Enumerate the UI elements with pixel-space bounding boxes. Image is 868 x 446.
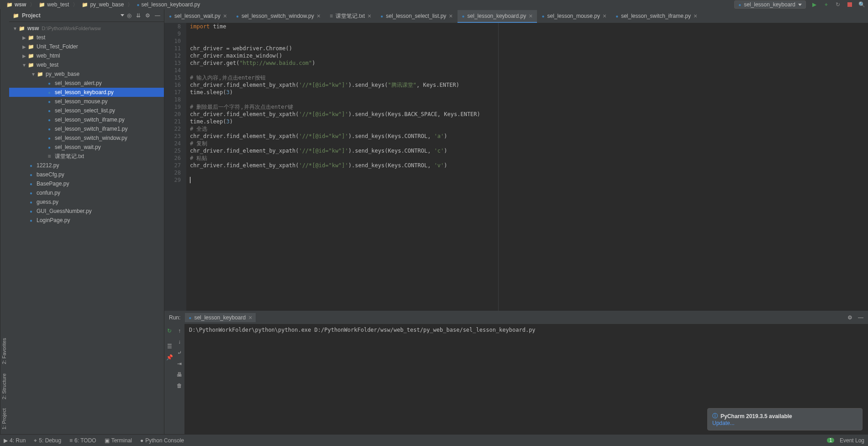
pin-icon[interactable]: 📌 — [166, 354, 173, 361]
breadcrumb-item[interactable]: web_test — [36, 1, 72, 8]
code-line[interactable] — [190, 67, 498, 74]
code-line[interactable] — [190, 176, 498, 184]
tree-item[interactable]: guess.py — [9, 197, 164, 207]
tree-item[interactable]: GUI_GuessNumber.py — [9, 207, 164, 216]
close-icon[interactable]: × — [449, 12, 452, 20]
tree-item[interactable]: sel_lesson_alert.py — [9, 79, 164, 88]
code-line[interactable] — [190, 30, 498, 37]
update-notification[interactable]: ⓘ PyCharm 2019.3.5 available Update... — [707, 408, 863, 430]
chevron-down-icon[interactable] — [121, 14, 124, 16]
rerun-icon[interactable]: ↻ — [834, 1, 842, 8]
rerun-icon[interactable]: ↻ — [167, 328, 172, 334]
breadcrumb-item[interactable]: py_web_base — [79, 1, 126, 8]
down-icon[interactable]: ↓ — [178, 339, 181, 345]
expand-arrow-icon[interactable]: ▶ — [21, 35, 27, 40]
close-icon[interactable]: × — [223, 12, 227, 20]
breadcrumb-item[interactable]: sel_lesson_keyboard.py — [134, 1, 203, 8]
run-config-selector[interactable]: sel_lesson_keyboard — [734, 0, 806, 9]
event-log[interactable]: Event Log — [840, 437, 864, 444]
tree-item[interactable]: ▶test — [9, 33, 164, 42]
tree-item[interactable]: confun.py — [9, 188, 164, 197]
sidebar-tab-project[interactable]: 1: Project — [1, 409, 8, 430]
editor-pane-left[interactable]: 8910111213141516171819202122232425262728… — [164, 23, 499, 311]
editor-pane-right[interactable] — [499, 23, 868, 311]
close-icon[interactable]: × — [603, 12, 606, 20]
expand-arrow-icon[interactable]: ▶ — [21, 44, 27, 49]
hide-icon[interactable]: — — [858, 314, 863, 321]
close-icon[interactable]: × — [368, 12, 371, 20]
code-line[interactable]: chr_driver.maximize_window() — [190, 52, 498, 59]
tree-item[interactable]: ▶Unit_Test_Folder — [9, 42, 164, 51]
print-icon[interactable]: 🖶 — [177, 372, 182, 378]
project-tree[interactable]: ▼ wsw D:\PythonWorkFolder\wsw ▶test▶Unit… — [9, 22, 164, 434]
run-icon[interactable]: ▶ — [810, 1, 818, 8]
tree-item[interactable]: baseCfg.py — [9, 170, 164, 179]
expand-arrow-icon[interactable]: ▼ — [12, 26, 18, 31]
tree-item[interactable]: sel_lesson_wait.py — [9, 143, 164, 152]
search-icon[interactable]: 🔍 — [858, 1, 865, 8]
editor-tab[interactable]: sel_lesson_wait.py× — [164, 10, 231, 23]
tree-item[interactable]: BasePage.py — [9, 179, 164, 188]
code-line[interactable]: # 粘贴 — [190, 154, 498, 162]
up-icon[interactable]: ↑ — [178, 328, 181, 334]
tree-item[interactable]: ▼web_test — [9, 60, 164, 69]
code-area[interactable]: import timechr_driver = webdriver.Chrome… — [186, 23, 498, 311]
tree-item[interactable]: sel_lesson_keyboard.py — [9, 88, 164, 97]
gear-icon[interactable]: ⚙ — [847, 314, 852, 321]
code-line[interactable]: chr_driver = webdriver.Chrome() — [190, 45, 498, 52]
debug-icon[interactable]: ⌖ — [822, 1, 830, 8]
close-icon[interactable]: × — [694, 12, 697, 20]
trash-icon[interactable]: 🗑 — [177, 382, 182, 389]
code-line[interactable] — [190, 37, 498, 45]
tree-root[interactable]: ▼ wsw D:\PythonWorkFolder\wsw — [9, 24, 164, 33]
code-line[interactable] — [190, 169, 498, 176]
code-line[interactable]: # 全选 — [190, 125, 498, 133]
editor-tab[interactable]: sel_lesson_mouse.py× — [537, 10, 611, 23]
collapse-icon[interactable]: ⇊ — [136, 12, 141, 19]
code-line[interactable]: chr_driver.find_element_by_xpath('//*[@i… — [190, 81, 498, 89]
editor-tab[interactable]: sel_lesson_select_list.py× — [376, 10, 457, 23]
tree-item[interactable]: 12212.py — [9, 161, 164, 170]
close-icon[interactable]: × — [317, 12, 321, 20]
code-line[interactable] — [190, 96, 498, 103]
expand-arrow-icon[interactable]: ▶ — [21, 53, 27, 58]
code-line[interactable]: chr_driver.find_element_by_xpath('//*[@i… — [190, 111, 498, 118]
close-icon[interactable]: × — [248, 314, 252, 321]
locate-icon[interactable]: ◎ — [127, 12, 132, 19]
gear-icon[interactable]: ⚙ — [145, 12, 150, 19]
bottom-run[interactable]: ▶ 4: Run — [4, 437, 26, 444]
tree-item[interactable]: LoginPage.py — [9, 216, 164, 225]
code-line[interactable]: time.sleep(3) — [190, 118, 498, 125]
code-line[interactable]: # 删除最后一个字符,并再次点击enter键 — [190, 103, 498, 111]
code-line[interactable]: chr_driver.find_element_by_xpath('//*[@i… — [190, 147, 498, 154]
tree-item[interactable]: ▼py_web_base — [9, 69, 164, 79]
tree-item[interactable]: sel_lesson_switch_iframe.py — [9, 115, 164, 124]
tree-item[interactable]: sel_lesson_switch_window.py — [9, 133, 164, 143]
bottom-todo[interactable]: ≡ 6: TODO — [69, 437, 96, 444]
code-line[interactable]: import time — [190, 23, 498, 30]
bottom-terminal[interactable]: ▣ Terminal — [105, 437, 132, 444]
code-line[interactable]: time.sleep(3) — [190, 89, 498, 96]
run-tab[interactable]: sel_lesson_keyboard × — [185, 313, 256, 322]
close-icon[interactable]: × — [529, 12, 532, 20]
tree-item[interactable]: sel_lesson_switch_iframe1.py — [9, 124, 164, 133]
wrap-icon[interactable]: ⤶ — [177, 350, 182, 356]
tree-item[interactable]: 课堂笔记.txt — [9, 152, 164, 161]
tree-item[interactable]: sel_lesson_select_list.py — [9, 106, 164, 115]
tree-item[interactable]: sel_lesson_mouse.py — [9, 97, 164, 106]
editor-tab[interactable]: sel_lesson_keyboard.py× — [458, 10, 537, 23]
expand-arrow-icon[interactable]: ▼ — [30, 72, 37, 77]
tree-item[interactable]: ▶web_html — [9, 51, 164, 60]
code-line[interactable]: chr_driver.get("http://www.baidu.com") — [190, 59, 498, 67]
code-line[interactable]: chr_driver.find_element_by_xpath('//*[@i… — [190, 133, 498, 140]
breadcrumb-item[interactable]: wsw — [4, 1, 29, 8]
scroll-icon[interactable]: ⇥ — [177, 361, 182, 367]
layout-icon[interactable]: ☰ — [167, 343, 172, 350]
code-line[interactable]: # 复制 — [190, 140, 498, 147]
editor-tab[interactable]: 课堂笔记.txt× — [325, 10, 376, 23]
code-line[interactable]: # 输入内容,并点击enter按钮 — [190, 74, 498, 81]
update-link[interactable]: Update... — [712, 420, 857, 426]
expand-arrow-icon[interactable]: ▼ — [21, 63, 27, 68]
editor-tab[interactable]: sel_lesson_switch_iframe.py× — [611, 10, 702, 23]
bottom-python-console[interactable]: ● Python Console — [140, 437, 184, 444]
